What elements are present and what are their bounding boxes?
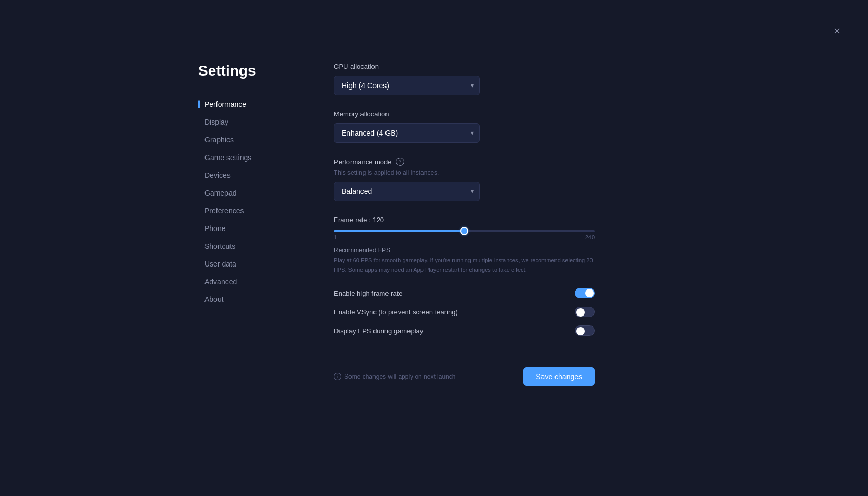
- frame-rate-label: Frame rate : 120: [334, 216, 384, 224]
- slider-thumb[interactable]: [460, 227, 468, 235]
- sidebar: PerformanceDisplayGraphicsGame settingsD…: [198, 96, 303, 308]
- sidebar-item-about[interactable]: About: [198, 291, 303, 308]
- sidebar-item-preferences[interactable]: Preferences: [198, 202, 303, 219]
- cpu-allocation-section: CPU allocation High (4 Cores) Low (1 Cor…: [334, 63, 595, 95]
- toggle-display-fps[interactable]: [575, 325, 595, 336]
- sidebar-item-performance[interactable]: Performance: [198, 96, 303, 113]
- memory-allocation-section: Memory allocation Enhanced (4 GB) Low (1…: [334, 110, 595, 143]
- sidebar-item-devices[interactable]: Devices: [198, 167, 303, 184]
- fps-recommendation-title: Recommended FPS: [334, 247, 595, 254]
- cpu-allocation-wrapper: High (4 Cores) Low (1 Core) Medium (2 Co…: [334, 76, 480, 95]
- performance-mode-help-icon[interactable]: ?: [396, 158, 404, 166]
- toggle-label-display-fps: Display FPS during gameplay: [334, 327, 423, 335]
- toggle-vsync[interactable]: [575, 307, 595, 317]
- toggle-knob-vsync: [576, 308, 585, 317]
- toggles-container: Enable high frame rate Enable VSync (to …: [334, 284, 595, 340]
- toggle-label-high-frame-rate: Enable high frame rate: [334, 289, 403, 297]
- toggle-high-frame-rate[interactable]: [575, 288, 595, 298]
- fps-recommendation-desc: Play at 60 FPS for smooth gameplay. If y…: [334, 256, 595, 274]
- memory-allocation-dropdown[interactable]: Enhanced (4 GB) Low (1 GB) Medium (2 GB)…: [334, 123, 480, 143]
- sidebar-item-graphics[interactable]: Graphics: [198, 131, 303, 148]
- toggle-row-high-frame-rate: Enable high frame rate: [334, 284, 595, 303]
- footer-info-icon: i: [334, 373, 341, 380]
- sidebar-item-phone[interactable]: Phone: [198, 220, 303, 237]
- performance-mode-wrapper: Balanced Power saving High performance ▾: [334, 182, 480, 201]
- sidebar-item-shortcuts[interactable]: Shortcuts: [198, 238, 303, 255]
- slider-fill: [334, 230, 464, 232]
- sidebar-item-display[interactable]: Display: [198, 114, 303, 130]
- toggle-label-vsync: Enable VSync (to prevent screen tearing): [334, 308, 458, 316]
- footer-row: i Some changes will apply on next launch…: [334, 357, 595, 386]
- content-panel: CPU allocation High (4 Cores) Low (1 Cor…: [334, 63, 595, 386]
- footer-note-text: Some changes will apply on next launch: [344, 373, 455, 380]
- performance-mode-subtitle: This setting is applied to all instances…: [334, 169, 595, 176]
- slider-max-label: 240: [585, 234, 595, 240]
- memory-allocation-label: Memory allocation: [334, 110, 595, 118]
- performance-mode-dropdown[interactable]: Balanced Power saving High performance: [334, 182, 480, 201]
- slider-min-label: 1: [334, 234, 337, 240]
- memory-allocation-wrapper: Enhanced (4 GB) Low (1 GB) Medium (2 GB)…: [334, 123, 480, 143]
- toggle-knob-high-frame-rate: [585, 289, 594, 297]
- frame-rate-section: Frame rate : 120 1 240 Recommended FPS P…: [334, 216, 595, 340]
- sidebar-item-advanced[interactable]: Advanced: [198, 273, 303, 290]
- toggle-row-vsync: Enable VSync (to prevent screen tearing): [334, 303, 595, 321]
- settings-title: Settings: [198, 63, 303, 79]
- performance-mode-label-row: Performance mode ?: [334, 158, 595, 166]
- footer-note: i Some changes will apply on next launch: [334, 373, 455, 380]
- cpu-allocation-dropdown[interactable]: High (4 Cores) Low (1 Core) Medium (2 Co…: [334, 76, 480, 95]
- settings-panel: Settings PerformanceDisplayGraphicsGame …: [198, 63, 303, 386]
- performance-mode-section: Performance mode ? This setting is appli…: [334, 158, 595, 201]
- performance-mode-label: Performance mode: [334, 158, 392, 166]
- cpu-allocation-label: CPU allocation: [334, 63, 595, 70]
- sidebar-item-gamepad[interactable]: Gamepad: [198, 185, 303, 201]
- slider-track: [334, 230, 595, 232]
- settings-container: Settings PerformanceDisplayGraphicsGame …: [198, 63, 595, 386]
- toggle-row-display-fps: Display FPS during gameplay: [334, 321, 595, 340]
- frame-rate-label-row: Frame rate : 120: [334, 216, 595, 224]
- close-button[interactable]: ✕: [830, 25, 843, 38]
- save-changes-button[interactable]: Save changes: [523, 367, 595, 386]
- sidebar-item-user-data[interactable]: User data: [198, 256, 303, 272]
- frame-rate-slider-container[interactable]: [334, 230, 595, 232]
- fps-recommendation: Recommended FPS Play at 60 FPS for smoot…: [334, 247, 595, 274]
- sidebar-item-game-settings[interactable]: Game settings: [198, 149, 303, 166]
- toggle-knob-display-fps: [576, 327, 585, 335]
